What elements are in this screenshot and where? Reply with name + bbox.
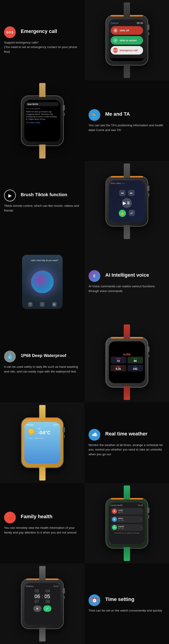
- power-icon: ⏻: [113, 28, 118, 33]
- crown-button-family: [147, 508, 150, 513]
- family-desc: You can remotely view the health informa…: [4, 526, 80, 535]
- family-screen-time: 09:30: [138, 504, 143, 506]
- daniel-stats: 07 / 27: [118, 528, 124, 530]
- weather-sun-icon: ☀️: [26, 427, 36, 436]
- tiktok-title-wrap: Brush Tiktok function: [21, 192, 67, 199]
- bedtime-confirm-btn[interactable]: ✓: [43, 606, 52, 612]
- shortvideo-screen-watch: Short video ○○○ ··· ⏮ ⏭ ▶⏸ 👍 🔊: [109, 180, 145, 222]
- ai-icon: 🎙: [88, 270, 100, 282]
- brent-name: Brent: [118, 517, 124, 520]
- weather-icon: ☁️: [88, 429, 100, 440]
- meta-header: 🏊 Me and TA: [88, 109, 165, 121]
- slide-restart-label: slide to restart: [120, 39, 137, 42]
- sv-bottom-btns: 👍 🔊: [119, 210, 135, 217]
- water-metrics: ❤ BPM 72 O₂ % 98 Steps 8.2k: [111, 357, 143, 372]
- hour-selected: 06: [34, 594, 40, 599]
- min-selected: 05: [44, 594, 51, 599]
- waterproof-header: 💧 1P68 Deep Waterproof: [4, 351, 80, 362]
- family-member-daniel: D Daniel 07 / 27 ›: [111, 524, 143, 531]
- row-tiktok: ▶ Brush Tiktok function Tiktok remote co…: [0, 161, 169, 242]
- phone-icon-1: 📸: [28, 302, 32, 307]
- sv-menu: ···: [141, 182, 143, 184]
- sv-vol-btn[interactable]: 🔊: [129, 210, 135, 216]
- colon: :: [42, 594, 43, 599]
- metric-cal: Cal 342: [128, 365, 143, 372]
- weather-main: ☀️ 24° -04°C: [26, 427, 58, 436]
- bedtime-screen-watch: Bedtime 09:30 05 04 06: [24, 583, 60, 624]
- time-row-1: 05 04: [34, 589, 51, 594]
- ultra-watch-sos: Cancel 09:30 ⏻ slide off ↺ slide to rest…: [106, 15, 148, 66]
- cell-tiktok-text: ▶ Brush Tiktok function Tiktok remote co…: [0, 161, 84, 242]
- side-button-water: [148, 354, 150, 358]
- band-bottom-bedtime: [39, 628, 46, 642]
- band-top-family: [124, 486, 130, 500]
- sv-label: Short video ○○○: [111, 182, 125, 184]
- sv-next-btn[interactable]: ⏭: [128, 190, 134, 196]
- cell-ai-text: 🎙 AI Intelligent voice AI Voice commands…: [84, 242, 169, 322]
- cell-family-watch: Family health 09:30 A Andy 09 / 7 ›: [84, 483, 169, 564]
- row-family: ❤️ Family health You can remotely view t…: [0, 483, 169, 564]
- tiktok-desc: Tiktok remote control, which can like no…: [4, 204, 80, 213]
- ai-prompt-text: Hello, what help do you need?: [31, 259, 58, 262]
- sv-play-btn[interactable]: ▶⏸: [122, 198, 132, 208]
- band-top-bedtime: [39, 566, 46, 580]
- meta-icon: 🏊: [88, 109, 100, 121]
- ai-title: AI Intelligent voice: [105, 272, 165, 278]
- bedtime-cancel-btn[interactable]: ✕: [33, 606, 42, 612]
- sv-like-btn[interactable]: 👍: [119, 210, 126, 217]
- sos-cancel: Cancel: [111, 22, 118, 24]
- metric-steps: Steps 8.2k: [111, 365, 126, 372]
- ultra-watch-family: Family health 09:30 A Andy 09 / 7 ›: [106, 498, 148, 548]
- phone-icon-2: 🎵: [40, 302, 44, 307]
- daniel-chevron: ›: [141, 526, 142, 528]
- row-emergency: SOS Emergency call Support emergency cal…: [0, 0, 169, 80]
- band-top: [124, 2, 130, 16]
- sos-screen-header: Cancel 09:30: [111, 22, 143, 24]
- weather-screen-watch: Weather 09:30 ☀️ 24° -04°C 💧 15%: [24, 422, 60, 464]
- family-title: Family health: [21, 514, 80, 520]
- time-title: Time setting: [105, 596, 165, 602]
- weather-temp: -04°C: [38, 430, 51, 436]
- band-bottom-weather: [39, 466, 46, 480]
- msg-sender: Dear BOSS: [26, 102, 58, 106]
- side-button-weather: [63, 435, 65, 438]
- msg-body: 6am on the selected 600M I've been go mi…: [26, 108, 58, 124]
- weather-bottom: 💧 15% 04/09 09:30: [26, 437, 58, 439]
- band-bottom-family: [124, 547, 130, 561]
- avatar-brent: B: [112, 517, 117, 522]
- cell-family-text: ❤️ Family health You can remotely view t…: [0, 483, 84, 564]
- family-screen-content: Family health 09:30 A Andy 09 / 7 ›: [109, 502, 145, 544]
- time-row-selected: 06 : 05: [34, 594, 50, 599]
- time-row-2: 07 06: [34, 599, 51, 604]
- family-icon: ❤️: [4, 512, 16, 523]
- ai-phone-display: Hello, what help do you need? 📸 🎵 ⚙️: [22, 255, 63, 309]
- sos-watch: Cancel 09:30 ⏻ slide off ↺ slide to rest…: [88, 6, 165, 75]
- weather-header: Weather 09:30: [26, 424, 58, 426]
- sos-icon: SOS: [4, 26, 16, 38]
- meta-watch: Dear BOSS 6am on the selected 600M I've …: [4, 86, 80, 156]
- band-top-weather: [39, 405, 46, 419]
- cell-time-text: ⏰ Time setting Time can be set on the wa…: [84, 564, 169, 644]
- phone-icon-3: ⚙️: [52, 302, 56, 307]
- ultra-watch-bedtime: Bedtime 09:30 05 04 06: [21, 578, 64, 629]
- restart-icon: ↺: [113, 38, 118, 43]
- water-watchface: ULTRA ❤ BPM 72 O₂ % 98 Steps: [109, 342, 145, 383]
- ai-header: 🎙 AI Intelligent voice: [88, 270, 165, 282]
- band-top-tiktok: [124, 164, 130, 178]
- ultra-watch-weather: Weather 09:30 ☀️ 24° -04°C 💧 15%: [21, 418, 64, 468]
- bedtime-action-btns: ✕ ✓: [26, 606, 58, 612]
- sv-prev-btn[interactable]: ⏮: [119, 190, 126, 196]
- slide-off-label: slide off: [120, 29, 129, 32]
- avatar-andy: A: [112, 509, 117, 514]
- cell-weather-watch: Weather 09:30 ☀️ 24° -04°C 💧 15%: [0, 402, 84, 483]
- time-header: ⏰ Time setting: [88, 594, 165, 606]
- side-button-tiktok: [148, 193, 150, 196]
- weather-screen-content: Weather 09:30 ☀️ 24° -04°C 💧 15%: [24, 422, 60, 464]
- tiktok-watch: Short video ○○○ ··· ⏮ ⏭ ▶⏸ 👍 🔊: [88, 166, 165, 236]
- weather-temp-wrap: 24° -04°C: [38, 428, 51, 436]
- crown-button-bedtime: [63, 588, 65, 594]
- weather-header-text: ☁️ Real time weather: [88, 429, 165, 440]
- message-screen-watch: Dear BOSS 6am on the selected 600M I've …: [24, 100, 60, 142]
- brent-stats: 07 / 21: [118, 520, 124, 522]
- andy-name: Andy: [118, 509, 123, 512]
